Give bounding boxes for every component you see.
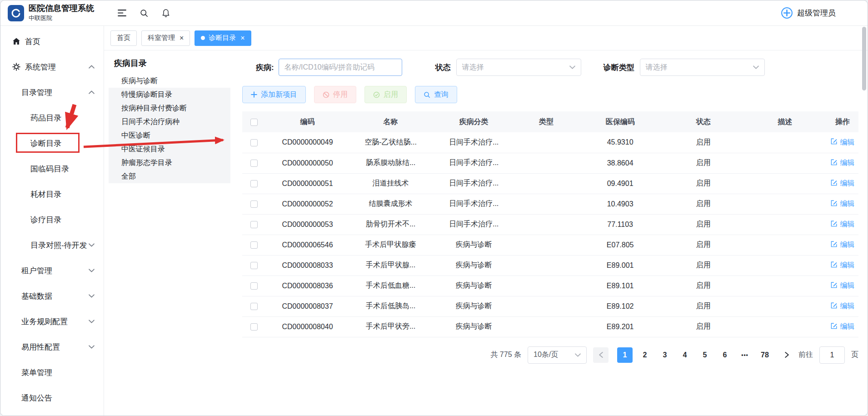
- page-number-button[interactable]: 6: [717, 347, 733, 363]
- page-number-button[interactable]: 4: [677, 347, 693, 363]
- catalog-item[interactable]: 特慢病诊断目录: [109, 88, 230, 101]
- sidebar-item-label: 菜单管理: [21, 367, 52, 378]
- close-icon[interactable]: ×: [240, 35, 244, 42]
- edit-button[interactable]: 编辑: [830, 179, 854, 188]
- edit-button[interactable]: 编辑: [830, 240, 854, 250]
- edit-icon: [830, 322, 838, 331]
- page-number-button[interactable]: 78: [757, 347, 773, 363]
- cell-category: 日间手术治疗...: [432, 214, 515, 235]
- row-checkbox[interactable]: [250, 303, 258, 310]
- column-header: 描述: [743, 111, 827, 132]
- bell-icon[interactable]: [162, 9, 170, 18]
- scrollbar-thumb[interactable]: [862, 27, 866, 90]
- row-checkbox[interactable]: [250, 282, 258, 290]
- sidebar-item-treatment-catalog[interactable]: 诊疗目录: [0, 207, 104, 232]
- sidebar-item-menu-management[interactable]: 菜单管理: [0, 360, 104, 385]
- sidebar: 首页系统管理目录管理药品目录诊断目录国临码目录耗材目录诊疗目录目录对照-待开发租…: [0, 26, 104, 416]
- page-size-select[interactable]: 10条/页: [528, 346, 587, 364]
- edit-button[interactable]: 编辑: [830, 322, 854, 331]
- circle-check-icon: [373, 91, 380, 98]
- catalog-item[interactable]: 日间手术治疗病种: [109, 115, 230, 129]
- page-number-button[interactable]: 2: [637, 347, 653, 363]
- catalog-item[interactable]: 按病种目录付费诊断: [109, 101, 230, 115]
- row-checkbox[interactable]: [250, 323, 258, 331]
- edit-button[interactable]: 编辑: [830, 220, 854, 229]
- select-all-checkbox[interactable]: [250, 119, 258, 126]
- row-checkbox[interactable]: [250, 262, 258, 269]
- catalog-item[interactable]: 中医证候目录: [109, 142, 230, 156]
- row-checkbox[interactable]: [250, 139, 258, 146]
- sidebar-item-national-code-catalog[interactable]: 国临码目录: [0, 156, 104, 181]
- cell-description: [743, 214, 827, 235]
- sidebar-item-tenant-management[interactable]: 租户管理: [0, 258, 104, 283]
- row-select-cell: [242, 316, 266, 337]
- cell-type: [515, 235, 577, 255]
- menu-fold-icon[interactable]: [118, 10, 126, 16]
- goto-page-input[interactable]: [819, 346, 845, 364]
- close-icon[interactable]: ×: [180, 35, 184, 42]
- sidebar-item-label: 基础数据: [21, 291, 52, 301]
- sidebar-item-drug-catalog[interactable]: 药品目录: [0, 105, 104, 130]
- sidebar-item-business-rules[interactable]: 业务规则配置: [0, 309, 104, 334]
- column-header: 名称: [349, 111, 432, 132]
- cell-code: CD0000000051: [266, 173, 349, 194]
- next-page-button[interactable]: [781, 347, 792, 363]
- row-checkbox[interactable]: [250, 200, 258, 208]
- page-number-button[interactable]: 3: [657, 347, 673, 363]
- sidebar-item-label: 首页: [25, 36, 40, 47]
- edit-label: 编辑: [840, 199, 854, 209]
- disable-button[interactable]: 停用: [314, 86, 356, 103]
- add-item-button[interactable]: 添加新项目: [242, 86, 306, 103]
- add-item-label: 添加新项目: [261, 90, 297, 100]
- prev-page-button[interactable]: [593, 347, 609, 363]
- catalog-item[interactable]: 疾病与诊断: [109, 74, 230, 88]
- cell-category: 疾病与诊断: [432, 316, 515, 337]
- column-header: 类型: [515, 111, 577, 132]
- edit-button[interactable]: 编辑: [830, 158, 854, 168]
- cell-operation: 编辑: [827, 153, 858, 173]
- edit-button[interactable]: 编辑: [830, 301, 854, 311]
- edit-button[interactable]: 编辑: [830, 261, 854, 270]
- cell-name: 结膜囊成形术: [349, 194, 432, 214]
- cell-description: [743, 235, 827, 255]
- row-checkbox[interactable]: [250, 160, 258, 167]
- cell-category: 疾病与诊断: [432, 235, 515, 255]
- query-button[interactable]: 查询: [415, 86, 457, 103]
- edit-button[interactable]: 编辑: [830, 138, 854, 147]
- row-checkbox[interactable]: [250, 180, 258, 187]
- cell-type: [515, 316, 577, 337]
- tab-diagnosis-catalog[interactable]: 诊断目录×: [195, 30, 251, 46]
- disease-search-input[interactable]: [279, 59, 402, 76]
- page-number-button[interactable]: 5: [697, 347, 713, 363]
- sidebar-item-home[interactable]: 首页: [0, 29, 104, 54]
- cell-type: [515, 194, 577, 214]
- search-icon: [424, 91, 430, 98]
- sidebar-item-diagnosis-catalog[interactable]: 诊断目录: [0, 130, 104, 156]
- sidebar-item-system-management[interactable]: 系统管理: [0, 54, 104, 80]
- catalog-item[interactable]: 中医诊断: [109, 129, 230, 142]
- sidebar-item-notice[interactable]: 通知公告: [0, 385, 104, 411]
- row-checkbox[interactable]: [250, 241, 258, 249]
- row-checkbox[interactable]: [250, 221, 258, 228]
- sidebar-item-usability-config[interactable]: 易用性配置: [0, 334, 104, 360]
- catalog-item[interactable]: 全部: [109, 170, 230, 183]
- sidebar-item-catalog-management[interactable]: 目录管理: [0, 80, 104, 105]
- sidebar-item-base-data[interactable]: 基础数据: [0, 283, 104, 309]
- page-number-button[interactable]: 1: [617, 347, 633, 363]
- search-icon[interactable]: [140, 9, 148, 17]
- tab-home[interactable]: 首页: [110, 30, 137, 46]
- sidebar-item-consumable-catalog[interactable]: 耗材目录: [0, 181, 104, 207]
- status-select[interactable]: 请选择: [456, 59, 581, 76]
- cell-operation: 编辑: [827, 194, 858, 214]
- sidebar-item-catalog-mapping[interactable]: 目录对照-待开发: [0, 232, 104, 258]
- cell-insurance_code: E89.201: [577, 316, 663, 337]
- sidebar-item-label: 诊断目录: [30, 138, 61, 149]
- user-menu[interactable]: 超级管理员: [781, 7, 836, 19]
- app-subtitle: 中联医院: [29, 14, 94, 22]
- tab-dept-management[interactable]: 科室管理×: [141, 30, 190, 46]
- edit-button[interactable]: 编辑: [830, 199, 854, 209]
- diagnosis-type-select[interactable]: 请选择: [640, 59, 765, 76]
- enable-button[interactable]: 启用: [364, 86, 407, 103]
- catalog-item[interactable]: 肿瘤形态学目录: [109, 156, 230, 170]
- edit-button[interactable]: 编辑: [830, 281, 854, 291]
